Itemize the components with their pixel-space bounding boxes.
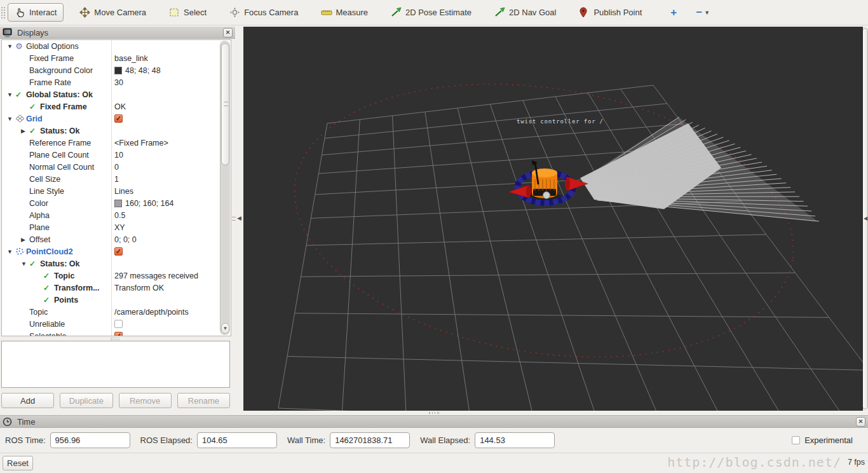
expander-down-icon[interactable]: ▼: [7, 116, 15, 122]
tool-label: 2D Pose Estimate: [405, 8, 471, 17]
tool-button-publish-point[interactable]: Publish Point: [572, 3, 649, 22]
tree-row[interactable]: Background Color48; 48; 48: [2, 64, 220, 76]
tree-row-label: Points: [54, 296, 78, 305]
displays-tree: ▼⚙Global OptionsFixed Framebase_linkBack…: [1, 39, 231, 336]
duplicate-button[interactable]: Duplicate: [60, 393, 112, 408]
tool-button-2d-pose-estimate[interactable]: 2D Pose Estimate: [384, 3, 478, 22]
time-field-input[interactable]: 144.53: [475, 432, 555, 448]
render-viewport[interactable]: twist controller for /: [243, 27, 863, 411]
time-field: Wall Elapsed:144.53: [420, 432, 555, 448]
displays-scrollbar[interactable]: ▼: [220, 41, 230, 335]
experimental-toggle[interactable]: Experimental: [792, 435, 853, 445]
tree-row-value[interactable]: 297 messages received: [114, 271, 198, 280]
checkbox-unchecked[interactable]: [114, 320, 123, 328]
tree-row-value[interactable]: OK: [114, 102, 126, 111]
tool-button-focus-camera[interactable]: Focus Camera: [222, 3, 305, 22]
tree-row[interactable]: Frame Rate30: [2, 76, 220, 88]
scrollbar-thumb[interactable]: [221, 43, 229, 165]
tree-row-value[interactable]: 0.5: [114, 211, 125, 220]
remove-tool-button[interactable]: − ▼: [683, 5, 710, 20]
tree-row-value[interactable]: 0: [114, 163, 119, 172]
tree-row[interactable]: ▼⚙Global Options: [2, 40, 220, 52]
checkbox-checked[interactable]: ✓: [114, 114, 123, 123]
expander-down-icon[interactable]: ▼: [21, 261, 29, 267]
tree-row[interactable]: Cell Size1: [2, 173, 220, 185]
tree-row-value[interactable]: 160; 160; 164: [125, 199, 173, 208]
tree-row-value[interactable]: <Fixed Frame>: [114, 139, 168, 147]
tree-row[interactable]: Fixed Framebase_link: [2, 52, 220, 64]
tree-row[interactable]: ▼✓Status: Ok: [2, 257, 220, 270]
tool-button-move-camera[interactable]: Move Camera: [72, 3, 153, 22]
tree-row-value[interactable]: Transform OK: [114, 284, 164, 292]
expander-down-icon[interactable]: ▼: [7, 92, 15, 98]
checkbox-checked[interactable]: ✓: [114, 332, 123, 336]
color-swatch[interactable]: [114, 67, 122, 74]
experimental-checkbox[interactable]: [792, 436, 800, 444]
tree-row[interactable]: ✓Transform...Transform OK: [2, 282, 220, 294]
tree-row[interactable]: Line StyleLines: [2, 185, 220, 197]
reset-button[interactable]: Reset: [3, 456, 33, 470]
tree-row-value[interactable]: base_link: [114, 54, 148, 63]
tree-row[interactable]: ▼Grid✓: [2, 113, 220, 125]
tree-row[interactable]: ▶Offset0; 0; 0: [2, 233, 220, 245]
tree-row-value[interactable]: 48; 48; 48: [125, 66, 161, 75]
tool-button-interact[interactable]: Interact: [8, 3, 64, 22]
tree-row-value[interactable]: /camera/depth/points: [114, 308, 189, 317]
tree-row[interactable]: Reference Frame<Fixed Frame>: [2, 137, 220, 149]
tree-row[interactable]: ▼PointCloud2✓: [2, 245, 220, 257]
tree-row[interactable]: Unreliable: [2, 318, 220, 330]
add-tool-button[interactable]: +: [664, 5, 683, 20]
tree-row[interactable]: ✓Topic297 messages received: [2, 270, 220, 282]
tree-row-value[interactable]: 1: [114, 175, 119, 184]
scrollbar-down-icon[interactable]: ▼: [221, 323, 229, 334]
bottom-splitter[interactable]: [243, 411, 863, 415]
tree-row[interactable]: ✓Fixed FrameOK: [2, 100, 220, 113]
tree-row[interactable]: Normal Cell Count0: [2, 161, 220, 173]
right-splitter[interactable]: ◀: [862, 28, 868, 409]
tree-row[interactable]: Color160; 160; 164: [2, 197, 220, 209]
expander-right-icon[interactable]: ▶: [21, 128, 29, 134]
tree-row-value[interactable]: 30: [114, 78, 123, 87]
displays-panel-header[interactable]: Displays ✕: [0, 27, 235, 39]
tree-row-label: Line Style: [29, 187, 64, 196]
tree-row[interactable]: Plane Cell Count10: [2, 149, 220, 161]
time-panel-header[interactable]: Time ✕: [0, 416, 868, 428]
tree-row-value[interactable]: 0; 0; 0: [114, 235, 137, 244]
tree-row[interactable]: PlaneXY: [2, 221, 220, 233]
tool-button-2d-nav-goal[interactable]: 2D Nav Goal: [487, 3, 563, 22]
viewport-background: [243, 27, 863, 411]
tree-row[interactable]: ▼✓Global Status: Ok: [2, 88, 220, 100]
tool-button-measure[interactable]: Measure: [314, 3, 375, 22]
time-field-input[interactable]: 1462701838.71: [330, 432, 410, 448]
expander-right-icon[interactable]: ▶: [21, 236, 29, 243]
add-button[interactable]: Add: [1, 393, 54, 408]
tree-row[interactable]: Alpha0.5: [2, 209, 220, 221]
time-field-input[interactable]: 104.65: [197, 432, 277, 448]
expander-down-icon[interactable]: ▼: [7, 249, 15, 255]
tree-row-label: Global Status: Ok: [26, 90, 93, 99]
tree-row-value[interactable]: Lines: [114, 187, 133, 196]
checkbox-checked[interactable]: ✓: [114, 247, 123, 256]
tree-row[interactable]: Selectable✓: [2, 330, 220, 336]
description-splitter[interactable]: [111, 338, 119, 340]
tool-button-select[interactable]: Select: [162, 3, 214, 22]
collapse-left-icon[interactable]: ◀: [237, 215, 241, 221]
tree-row-value[interactable]: XY: [114, 223, 125, 232]
focus-camera-icon: [229, 7, 240, 18]
check-icon: ✓: [15, 90, 26, 99]
left-splitter[interactable]: ◀: [231, 27, 243, 411]
time-close-icon[interactable]: ✕: [856, 417, 865, 427]
expander-down-icon[interactable]: ▼: [7, 43, 15, 50]
chevron-down-icon: ▼: [704, 10, 710, 16]
remove-button[interactable]: Remove: [119, 393, 172, 408]
color-swatch[interactable]: [114, 200, 122, 207]
rename-button[interactable]: Rename: [177, 393, 230, 408]
tree-row[interactable]: Topic/camera/depth/points: [2, 306, 220, 318]
toolbar-grip[interactable]: [1, 7, 5, 18]
tree-row-value[interactable]: 10: [114, 151, 123, 160]
tree-row-label: Offset: [29, 235, 50, 244]
collapse-right-icon[interactable]: ◀: [864, 216, 867, 221]
tree-row[interactable]: ▶✓Status: Ok: [2, 125, 220, 137]
tree-row[interactable]: ✓Points: [2, 294, 220, 306]
time-field-input[interactable]: 956.96: [50, 432, 130, 448]
